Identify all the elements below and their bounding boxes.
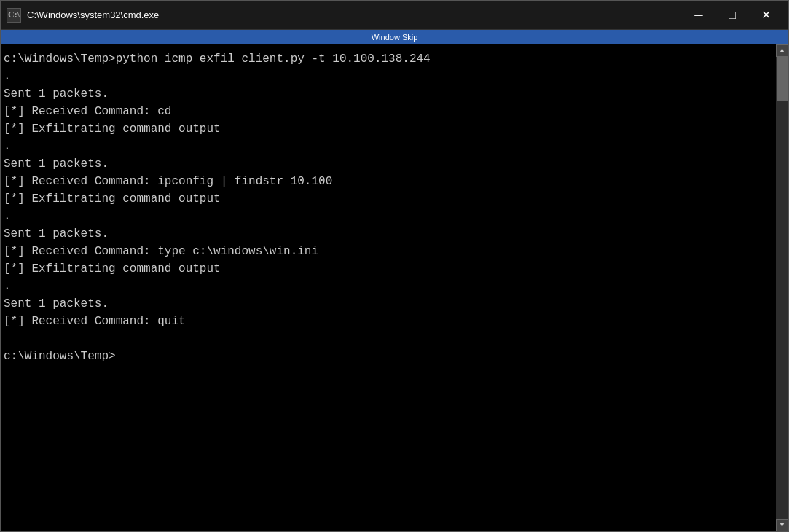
minimize-button[interactable]: ─	[682, 4, 715, 27]
maximize-button[interactable]: □	[715, 4, 749, 27]
close-button[interactable]: ✕	[749, 4, 782, 27]
window-skip-label: Window Skip	[372, 33, 418, 42]
window-skip-bar: Window Skip	[1, 30, 788, 44]
scroll-down-button[interactable]: ▼	[776, 519, 788, 531]
window-body: c:\Windows\Temp>python icmp_exfil_client…	[1, 44, 788, 531]
terminal-output[interactable]: c:\Windows\Temp>python icmp_exfil_client…	[1, 44, 776, 531]
scrollbar-track[interactable]	[776, 57, 788, 519]
scrollbar[interactable]: ▲ ▼	[776, 44, 788, 531]
window-controls: ─ □ ✕	[682, 4, 782, 27]
window-icon: C:\	[7, 8, 21, 23]
window-title: C:\Windows\system32\cmd.exe	[27, 9, 682, 20]
title-bar: C:\ C:\Windows\system32\cmd.exe ─ □ ✕	[1, 1, 788, 30]
scrollbar-thumb[interactable]	[777, 57, 788, 101]
scroll-up-button[interactable]: ▲	[776, 44, 788, 57]
cmd-window: C:\ C:\Windows\system32\cmd.exe ─ □ ✕ Wi…	[0, 0, 789, 532]
